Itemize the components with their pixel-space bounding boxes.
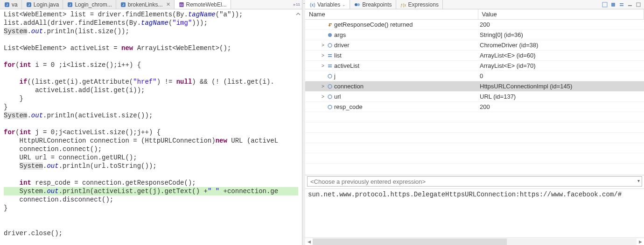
variable-name: j bbox=[334, 72, 336, 79]
variable-name: driver bbox=[334, 42, 350, 49]
code-line[interactable]: driver.close(); bbox=[4, 229, 298, 238]
variable-row[interactable]: >listArrayList<E> (id=60) bbox=[305, 50, 644, 61]
code-line[interactable]: List<WebElement> activeList = new ArrayL… bbox=[4, 44, 298, 52]
column-header-value[interactable]: Value bbox=[478, 9, 644, 20]
expand-twisty-icon[interactable]: > bbox=[320, 43, 326, 48]
code-line[interactable] bbox=[4, 120, 298, 128]
code-line[interactable]: for(int i = 0 ;i<list.size();i++) { bbox=[4, 61, 298, 69]
code-line[interactable]: int resp_code = connection.getResponseCo… bbox=[4, 179, 298, 187]
svg-point-27 bbox=[328, 85, 332, 88]
svg-text:J: J bbox=[6, 3, 8, 7]
debug-tab-expressions[interactable]: ƒ(x)Expressions bbox=[396, 0, 443, 9]
svg-text:J: J bbox=[122, 3, 124, 7]
code-line[interactable]: for(int j = 0;j<activeList.size();j++) { bbox=[4, 128, 298, 137]
tab-overflow-chevrons[interactable]: » 11 bbox=[291, 0, 302, 9]
variable-value: 200 bbox=[478, 20, 644, 30]
expand-twisty-icon[interactable]: > bbox=[320, 84, 326, 89]
maximize-button[interactable] bbox=[635, 1, 642, 8]
debug-tab-label: Breakpoints bbox=[362, 1, 392, 8]
code-line[interactable]: System.out.println(list.size()); bbox=[4, 27, 298, 36]
svg-text:J: J bbox=[28, 3, 30, 7]
code-line[interactable]: } bbox=[4, 94, 298, 103]
code-line[interactable]: connection.disconnect(); bbox=[4, 195, 298, 204]
variable-row-empty bbox=[305, 112, 644, 122]
code-line[interactable]: activeList.add(list.get(i)); bbox=[4, 86, 298, 94]
file-icon: J bbox=[4, 1, 10, 8]
expand-twisty-icon[interactable]: > bbox=[320, 53, 326, 58]
code-line[interactable]: } bbox=[4, 103, 298, 111]
expand-twisty-icon[interactable]: > bbox=[320, 94, 326, 99]
close-icon[interactable]: ✕ bbox=[166, 1, 170, 7]
variable-row[interactable]: >driverChromeDriver (id=38) bbox=[305, 40, 644, 50]
variable-value: HttpsURLConnectionImpl (id=145) bbox=[478, 81, 644, 92]
variable-value: 200 bbox=[478, 102, 644, 112]
expand-twisty-icon[interactable]: > bbox=[320, 63, 326, 68]
editor-tab[interactable]: JLogin_chrom... bbox=[63, 0, 116, 9]
code-line[interactable] bbox=[4, 69, 298, 78]
variable-kind-icon bbox=[327, 52, 333, 59]
minimize-button[interactable] bbox=[626, 1, 634, 8]
svg-point-12 bbox=[357, 3, 360, 6]
svg-text:J: J bbox=[69, 3, 71, 7]
variable-row-empty bbox=[305, 153, 644, 164]
debug-view-tabs: (x)Variables ⌄Breakpointsƒ(x)Expressions bbox=[305, 0, 644, 9]
variable-kind-icon bbox=[327, 83, 333, 90]
pinned-icon: ⌄ bbox=[342, 2, 346, 7]
code-line[interactable] bbox=[4, 221, 298, 229]
code-line[interactable] bbox=[4, 170, 298, 179]
horizontal-scrollbar[interactable]: ◀▶ bbox=[305, 238, 644, 245]
variable-name: url bbox=[334, 93, 341, 100]
detail-pane[interactable]: sun.net.www.protocol.https.DelegateHttps… bbox=[305, 188, 644, 238]
code-line[interactable]: } bbox=[4, 204, 298, 212]
svg-text:010: 010 bbox=[179, 3, 184, 7]
tab-label: brokenLinks... bbox=[128, 1, 163, 8]
expression-input[interactable]: <Choose a previously entered expression>… bbox=[307, 176, 642, 187]
code-editor[interactable]: List<WebElement> list = driver.findEleme… bbox=[0, 9, 302, 245]
var-icon: (x) bbox=[309, 1, 315, 8]
variable-row[interactable]: >activeListArrayList<E> (id=70) bbox=[305, 61, 644, 71]
code-line[interactable]: connection.connect(); bbox=[4, 145, 298, 153]
editor-tab[interactable]: Jva bbox=[0, 0, 22, 9]
variable-row[interactable]: j0 bbox=[305, 71, 644, 81]
expr-icon: ƒ(x) bbox=[400, 1, 406, 8]
editor-tab[interactable]: JbrokenLinks...✕ bbox=[116, 0, 175, 9]
variable-row[interactable]: >connectionHttpsURLConnectionImpl (id=14… bbox=[305, 81, 644, 92]
svg-text:(x): (x) bbox=[310, 2, 315, 7]
variable-row[interactable]: >urlURL (id=137) bbox=[305, 92, 644, 102]
toolbar-button[interactable] bbox=[601, 1, 609, 8]
editor-tab[interactable]: JLogin.java bbox=[22, 0, 63, 9]
code-line[interactable]: System.out.println(url.toString()); bbox=[4, 162, 298, 170]
chevron-down-icon[interactable]: ▾ bbox=[637, 178, 640, 183]
code-line[interactable]: System.out.println(activeList.size()); bbox=[4, 111, 298, 120]
variables-table[interactable]: Name Value getResponseCode() returned200… bbox=[305, 9, 644, 175]
variable-name: getResponseCode() returned bbox=[334, 21, 413, 28]
code-line[interactable]: HttpURLConnection connection = (HttpURLC… bbox=[4, 137, 298, 145]
variable-name: resp_code bbox=[334, 103, 363, 110]
toolbar-button[interactable] bbox=[618, 1, 625, 8]
code-line[interactable]: if((list.get(i).getAttribute("href") != … bbox=[4, 78, 298, 86]
code-line[interactable]: System.out.println(activeList.get(j).get… bbox=[4, 187, 298, 195]
variable-row[interactable]: getResponseCode() returned200 bbox=[305, 20, 644, 30]
editor-tab[interactable]: 010RemoteWebEl... bbox=[175, 0, 231, 9]
column-header-name[interactable]: Name bbox=[305, 9, 478, 20]
code-line[interactable] bbox=[4, 36, 298, 44]
variable-value: ChromeDriver (id=38) bbox=[478, 40, 644, 50]
variable-name: args bbox=[334, 31, 346, 38]
tab-label: Login_chrom... bbox=[75, 1, 112, 8]
debug-tab-breakpoints[interactable]: Breakpoints bbox=[350, 0, 396, 9]
debug-tab-variables[interactable]: (x)Variables ⌄ bbox=[305, 0, 350, 9]
svg-rect-25 bbox=[328, 66, 332, 67]
svg-text:ƒ(x): ƒ(x) bbox=[400, 3, 406, 7]
code-line[interactable]: list.addAll(driver.findElements(By.tagNa… bbox=[4, 19, 298, 27]
toolbar-button[interactable] bbox=[609, 1, 617, 8]
variable-row[interactable]: argsString[0] (id=36) bbox=[305, 30, 644, 40]
code-line[interactable]: URL url = connection.getURL(); bbox=[4, 153, 298, 162]
code-line[interactable] bbox=[4, 52, 298, 61]
variable-kind-icon bbox=[327, 73, 333, 79]
code-line[interactable]: List<WebElement> list = driver.findEleme… bbox=[4, 10, 298, 19]
debug-tab-label: Variables bbox=[317, 1, 340, 8]
tab-label: va bbox=[12, 1, 18, 8]
variable-kind-icon bbox=[327, 104, 333, 110]
code-line[interactable] bbox=[4, 212, 298, 221]
variable-row[interactable]: resp_code200 bbox=[305, 102, 644, 112]
